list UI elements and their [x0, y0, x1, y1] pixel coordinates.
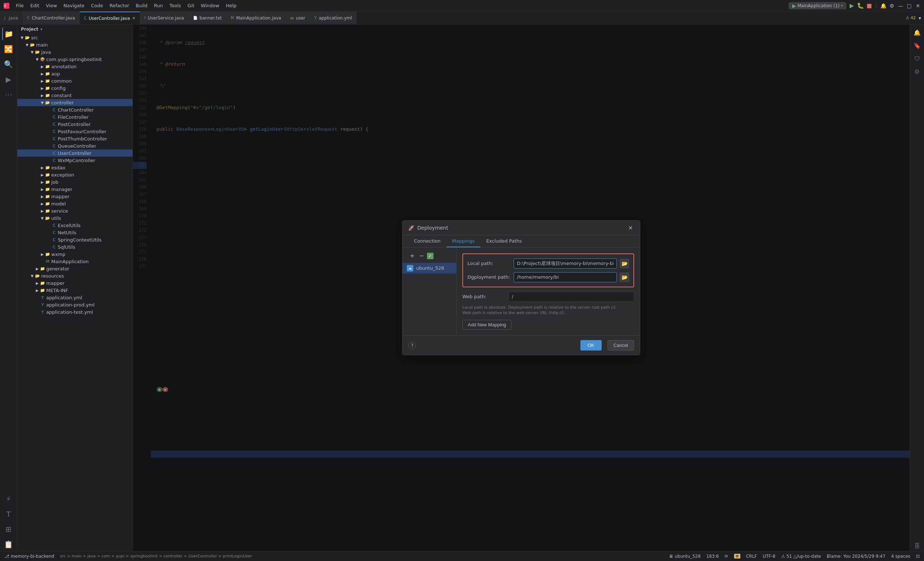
local-path-input[interactable]	[514, 258, 617, 268]
tab-banner[interactable]: 📄 banner.txt	[189, 12, 226, 24]
tree-main-app[interactable]: ▶ M MainApplication	[17, 258, 132, 265]
dialog-close-button[interactable]: ×	[627, 224, 634, 231]
tree-user-ctrl[interactable]: ▶ C UserController	[17, 150, 132, 157]
menu-window[interactable]: Window	[198, 2, 222, 9]
tree-generator[interactable]: ▶ 📁 generator	[17, 265, 132, 272]
tree-src[interactable]: ▼ 📂 src	[17, 34, 132, 41]
tree-java[interactable]: ▼ 📂 java	[17, 48, 132, 56]
right-bookmarks-icon[interactable]: 🔖	[912, 40, 922, 51]
tab-connection[interactable]: Connection	[408, 236, 447, 247]
tab-user[interactable]: 🗂 user	[286, 12, 310, 24]
tree-controller[interactable]: ▼ 📂 controller	[17, 99, 132, 106]
activity-search[interactable]: 🔍	[2, 58, 15, 71]
tree-app-prod-yml[interactable]: ▶ Y application-prod.yml	[17, 301, 132, 308]
run-config[interactable]: ▶ MainApplication (1) ▾	[789, 2, 846, 9]
tab-user-close[interactable]: ✕	[132, 16, 135, 21]
activity-problems[interactable]: ⚡	[2, 492, 15, 506]
tree-spring-utils[interactable]: ▶ C SpringContextUtils	[17, 236, 132, 243]
tree-main[interactable]: ▼ 📂 main	[17, 41, 132, 48]
activity-services[interactable]: ⊞	[2, 523, 15, 536]
menu-refactor[interactable]: Refactor	[106, 2, 132, 9]
cancel-button[interactable]: Cancel	[608, 340, 634, 351]
menu-file[interactable]: File	[13, 2, 27, 9]
tree-postthumb-ctrl[interactable]: ▶ C PostThumbController	[17, 135, 132, 142]
tree-aop[interactable]: ▶ 📁 aop	[17, 70, 132, 77]
activity-event-log[interactable]: 📋	[2, 538, 15, 551]
tree-chart-ctrl[interactable]: ▶ C ChartController	[17, 106, 132, 113]
tree-meta-inf[interactable]: ▶ 📁 META-INF	[17, 286, 132, 294]
tree-package[interactable]: ▼ 📦 com.yupi.springbootinit	[17, 56, 132, 63]
debug-button[interactable]: 🐛	[857, 3, 864, 9]
tree-excel-utils[interactable]: ▶ C ExcelUtils	[17, 222, 132, 229]
tree-service[interactable]: ▶ 📁 service	[17, 207, 132, 214]
right-notifications-icon[interactable]: 🔔	[912, 27, 922, 38]
tree-queue-ctrl[interactable]: ▶ C QueueController	[17, 142, 132, 150]
menu-build[interactable]: Build	[133, 2, 150, 9]
tab-main-app[interactable]: M MainApplication.java	[226, 12, 286, 24]
right-settings-icon[interactable]: ⚙	[912, 66, 922, 76]
tree-postfav-ctrl[interactable]: ▶ C PostFavourController	[17, 128, 132, 135]
minimize-button[interactable]: —	[897, 3, 904, 9]
tree-job[interactable]: ▶ 📁 job	[17, 178, 132, 186]
notifications-button[interactable]: 🔔	[880, 3, 886, 9]
tab-java[interactable]: J .java	[0, 12, 23, 24]
activity-run[interactable]: ▶	[2, 73, 15, 86]
tree-exception[interactable]: ▶ 📁 exception	[17, 171, 132, 178]
tree-config[interactable]: ▶ 📁 config	[17, 84, 132, 92]
tree-res-mapper[interactable]: ▶ 📁 mapper	[17, 279, 132, 286]
right-shield-icon[interactable]: 🛡	[912, 53, 922, 63]
tree-net-utils[interactable]: ▶ C NetUtils	[17, 229, 132, 236]
run-button[interactable]: ▶	[849, 3, 855, 9]
project-dropdown[interactable]: ▾	[40, 27, 43, 32]
status-server[interactable]: 🖥 ubuntu_528	[669, 554, 700, 559]
status-expand[interactable]: ⊡	[916, 554, 920, 559]
tab-dropdown[interactable]: ▾	[919, 15, 921, 21]
web-path-input[interactable]	[508, 292, 634, 302]
close-window-button[interactable]: ✕	[915, 3, 921, 9]
add-server-button[interactable]: +	[408, 252, 416, 260]
status-line-ending[interactable]: CRLF	[746, 554, 757, 559]
tree-app-yml[interactable]: ▶ Y application.yml	[17, 294, 132, 301]
tab-mappings[interactable]: Mappings	[447, 236, 481, 247]
settings-button[interactable]: ⚙	[889, 3, 895, 9]
tree-constant[interactable]: ▶ 📁 constant	[17, 92, 132, 99]
tab-application-yml[interactable]: Y application.yml	[310, 12, 357, 24]
add-mapping-button[interactable]: Add New Mapping	[462, 320, 512, 330]
status-indent[interactable]: 4 spaces	[891, 554, 910, 559]
menu-code[interactable]: Code	[88, 2, 106, 9]
status-warnings[interactable]: ⚠ 51 △/up-to-date	[781, 554, 821, 559]
maximize-button[interactable]: □	[906, 3, 912, 9]
tree-annotation[interactable]: ▶ 📁 annotation	[17, 63, 132, 70]
tree-app-test-yml[interactable]: ▶ Y application-test.yml	[17, 308, 132, 315]
tree-esdao[interactable]: ▶ 📁 esdao	[17, 164, 132, 171]
activity-vcs[interactable]: 🔀	[2, 43, 15, 56]
tab-excluded-paths[interactable]: Excluded Paths	[480, 236, 528, 247]
tree-wxmp-ctrl[interactable]: ▶ C WxMpController	[17, 157, 132, 164]
tree-resources[interactable]: ▼ 📂 resources	[17, 272, 132, 279]
tree-model[interactable]: ▶ 📁 model	[17, 200, 132, 207]
tree-manager[interactable]: ▶ 📁 manager	[17, 186, 132, 193]
stop-button[interactable]: ■	[866, 3, 872, 9]
menu-edit[interactable]: Edit	[27, 2, 42, 9]
tree-wxmp[interactable]: ▶ 📁 wxmp	[17, 250, 132, 258]
tree-post-ctrl[interactable]: ▶ C PostController	[17, 121, 132, 128]
activity-more[interactable]: ⋯	[2, 88, 15, 101]
tree-common[interactable]: ▶ 📁 common	[17, 77, 132, 84]
menu-navigate[interactable]: Navigate	[61, 2, 87, 9]
deployment-path-input[interactable]	[514, 272, 617, 282]
activity-terminal[interactable]: T	[2, 508, 15, 520]
check-server-button[interactable]: ✓	[427, 253, 434, 259]
tree-mapper[interactable]: ▶ 📁 mapper	[17, 193, 132, 200]
server-item-ubuntu[interactable]: ☁ ubuntu_528	[402, 263, 456, 274]
right-database-icon[interactable]: 🗄	[912, 541, 922, 551]
tree-file-ctrl[interactable]: ▶ C FileController	[17, 113, 132, 121]
menu-view[interactable]: View	[43, 2, 60, 9]
menu-tools[interactable]: Tools	[167, 2, 184, 9]
tree-utils[interactable]: ▼ 📂 utils	[17, 214, 132, 222]
local-path-browse-button[interactable]: 📂	[620, 259, 629, 268]
status-position[interactable]: 163:6	[706, 554, 719, 559]
tree-sql-utils[interactable]: ▶ C SqlUtils	[17, 243, 132, 250]
status-vcs[interactable]: ⟳	[725, 554, 728, 559]
status-project[interactable]: ⎇ memory-bi-backend	[4, 554, 54, 559]
menu-git[interactable]: Git	[185, 2, 197, 9]
